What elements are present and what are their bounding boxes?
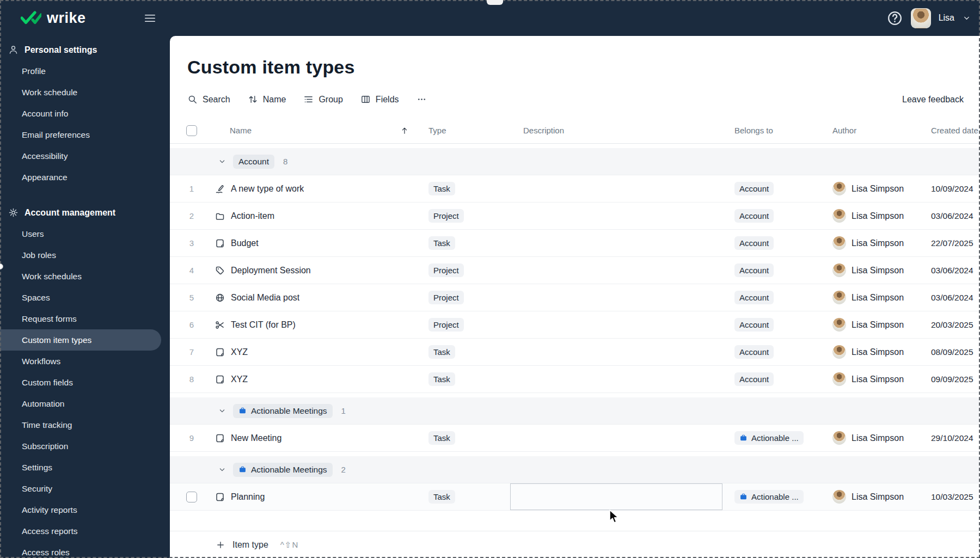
add-item-type-button[interactable]: Item type (216, 540, 268, 550)
item-name[interactable]: Test CIT (for BP) (231, 320, 296, 330)
main-content: Custom item types Search Name Group Fiel… (170, 36, 980, 558)
group-button[interactable]: Group (303, 94, 342, 105)
table-row-xyz[interactable]: 7XYZTaskAccountLisa Simpson08/09/2025 (170, 339, 980, 366)
author-avatar (832, 345, 846, 359)
description-cell[interactable] (510, 284, 722, 311)
description-cell[interactable] (510, 366, 722, 393)
sidebar-item-account-info[interactable]: Account info (0, 103, 161, 124)
row-number: 3 (189, 238, 194, 248)
sidebar-section-label: Account management (24, 208, 115, 218)
sidebar-item-profile[interactable]: Profile (0, 60, 161, 82)
item-name[interactable]: Budget (231, 238, 259, 248)
chevron-down-icon[interactable] (962, 14, 971, 23)
item-name[interactable]: Planning (231, 492, 265, 502)
group-row-actionable-meetings: Actionable Meetings1 (170, 397, 980, 425)
sidebar-item-request-forms[interactable]: Request forms (0, 308, 161, 329)
item-name[interactable]: Action-item (231, 211, 274, 221)
description-cell[interactable] (510, 339, 722, 365)
column-header-type[interactable]: Type (416, 126, 510, 135)
search-button[interactable]: Search (187, 94, 230, 105)
description-cell[interactable] (510, 230, 722, 256)
created-date: 29/10/2024 (920, 433, 980, 443)
table-row-a-new-type-of-work[interactable]: 1A new type of workTaskAccountLisa Simps… (170, 175, 980, 203)
sort-button[interactable]: Name (248, 94, 286, 105)
table-row-planning[interactable]: PlanningTaskActionable ...Lisa Simpson10… (170, 483, 980, 511)
sidebar-item-access-reports[interactable]: Access reports (0, 520, 161, 542)
user-name[interactable]: Lisa (939, 13, 954, 23)
author-avatar (832, 263, 846, 277)
row-select-cell (170, 492, 213, 502)
column-header-description[interactable]: Description (510, 126, 722, 135)
sidebar-item-users[interactable]: Users (0, 223, 161, 244)
page-title: Custom item types (187, 57, 980, 78)
signature-icon (215, 183, 225, 194)
description-cell[interactable] (510, 483, 722, 510)
sidebar-item-appearance[interactable]: Appearance (0, 167, 161, 188)
leave-feedback-button[interactable]: Leave feedback (902, 95, 964, 105)
more-button[interactable] (416, 94, 427, 105)
sidebar-item-settings[interactable]: Settings (0, 457, 161, 478)
sidebar-item-activity-reports[interactable]: Activity reports (0, 499, 161, 520)
sidebar-item-email-preferences[interactable]: Email preferences (0, 124, 161, 145)
description-cell[interactable] (510, 175, 722, 202)
chevron-down-icon[interactable] (218, 407, 226, 415)
table-row-action-item[interactable]: 2Action-itemProjectAccountLisa Simpson03… (170, 203, 980, 230)
sort-ascending-icon[interactable] (400, 126, 409, 135)
sidebar-item-spaces[interactable]: Spaces (0, 287, 161, 308)
sidebar-item-workflows[interactable]: Workflows (0, 351, 161, 372)
type-badge: Project (428, 318, 464, 332)
row-select-cell: 3 (170, 238, 213, 248)
user-avatar[interactable] (911, 8, 931, 28)
sidebar-item-custom-item-types[interactable]: Custom item types (0, 329, 161, 351)
sidebar-item-work-schedules[interactable]: Work schedules (0, 266, 161, 287)
sidebar-item-subscription[interactable]: Subscription (0, 436, 161, 457)
group-badge[interactable]: Actionable Meetings (233, 404, 333, 418)
chevron-down-icon[interactable] (218, 157, 226, 166)
item-name[interactable]: XYZ (231, 347, 248, 357)
author-avatar (832, 291, 846, 304)
wrike-logo[interactable]: wrike (21, 10, 86, 27)
item-name[interactable]: Social Media post (231, 293, 299, 303)
sidebar-item-custom-fields[interactable]: Custom fields (0, 372, 161, 393)
menu-icon[interactable] (144, 12, 156, 24)
description-cell[interactable] (510, 257, 722, 284)
sidebar-item-job-roles[interactable]: Job roles (0, 244, 161, 266)
item-name[interactable]: Deployment Session (231, 266, 311, 275)
chevron-down-icon[interactable] (218, 465, 226, 474)
description-cell[interactable] (510, 425, 722, 451)
sidebar-section-header: Account management (0, 202, 170, 223)
description-cell[interactable] (510, 203, 722, 229)
select-all-checkbox[interactable] (186, 125, 197, 136)
sidebar-item-accessibility[interactable]: Accessibility (0, 145, 161, 167)
column-header-author[interactable]: Author (819, 126, 920, 135)
sidebar-item-time-tracking[interactable]: Time tracking (0, 414, 161, 436)
table-row-new-meeting[interactable]: 9New MeetingTaskActionable ...Lisa Simps… (170, 425, 980, 452)
table-row-budget[interactable]: 3BudgetTaskAccountLisa Simpson22/07/2025 (170, 230, 980, 257)
row-number: 8 (189, 375, 194, 384)
sidebar-item-automation[interactable]: Automation (0, 393, 161, 414)
row-number: 4 (189, 266, 194, 275)
table-row-deployment-session[interactable]: 4Deployment SessionProjectAccountLisa Si… (170, 257, 980, 284)
type-badge: Task (428, 182, 455, 195)
table-row-social-media-post[interactable]: 5Social Media postProjectAccountLisa Sim… (170, 284, 980, 311)
briefcase-icon (238, 407, 247, 415)
row-checkbox[interactable] (186, 492, 197, 502)
table-row-xyz[interactable]: 8XYZTaskAccountLisa Simpson09/09/2025 (170, 366, 980, 393)
group-badge[interactable]: Account (233, 155, 274, 169)
description-cell[interactable] (510, 311, 722, 338)
help-icon[interactable] (886, 10, 903, 27)
group-badge[interactable]: Actionable Meetings (233, 463, 333, 477)
column-header-belongs-to[interactable]: Belongs to (722, 126, 819, 135)
sidebar-item-work-schedule[interactable]: Work schedule (0, 82, 161, 103)
type-badge: Project (428, 209, 464, 223)
item-name[interactable]: New Meeting (231, 433, 281, 443)
column-header-name[interactable]: Name (213, 126, 416, 135)
sidebar-item-security[interactable]: Security (0, 478, 161, 499)
table-row-test-cit-for-bp[interactable]: 6Test CIT (for BP)ProjectAccountLisa Sim… (170, 311, 980, 339)
sidebar-item-access-roles[interactable]: Access roles (0, 542, 161, 558)
plus-icon (216, 540, 225, 550)
fields-button[interactable]: Fields (360, 94, 399, 105)
item-name[interactable]: A new type of work (231, 184, 304, 194)
column-header-created-date[interactable]: Created date (920, 126, 980, 135)
item-name[interactable]: XYZ (231, 375, 248, 384)
